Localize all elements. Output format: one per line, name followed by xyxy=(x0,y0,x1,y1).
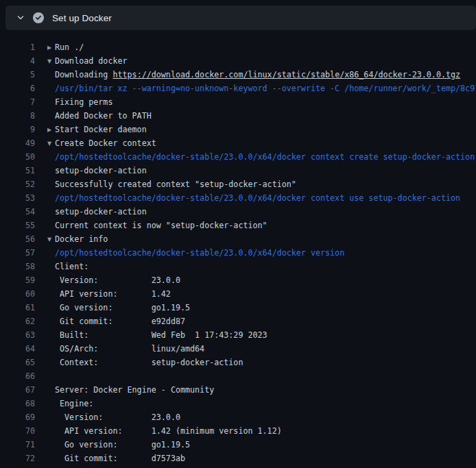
log-text: Git commit: e92dd87 xyxy=(55,315,185,328)
log-line: 58Client: xyxy=(0,260,476,273)
line-number-link[interactable]: 52 xyxy=(0,177,35,191)
line-number-link[interactable]: 54 xyxy=(0,205,35,219)
log-line: 70 API version: 1.42 (minimum version 1.… xyxy=(0,424,476,438)
log-line: 72 Git commit: d7573ab xyxy=(0,452,476,465)
line-number-link[interactable]: 49 xyxy=(0,136,35,150)
line-number-link[interactable]: 1 xyxy=(0,40,35,54)
line-number-link[interactable]: 62 xyxy=(0,315,35,328)
group-title[interactable]: Start Docker daemon xyxy=(55,125,147,134)
line-number-link[interactable]: 71 xyxy=(0,438,35,452)
log-text: /usr/bin/tar xz --warning=no-unknown-key… xyxy=(55,82,476,95)
chevron-down-icon[interactable]: ▼ xyxy=(47,55,55,69)
line-number-link[interactable]: 55 xyxy=(0,219,35,232)
log-line: 8Added Docker to PATH xyxy=(0,109,476,123)
line-number-link[interactable]: 72 xyxy=(0,452,35,465)
log-line: 68 Engine: xyxy=(0,397,476,410)
log-line: 55Current context is now "setup-docker-a… xyxy=(0,219,476,232)
line-number-link[interactable]: 69 xyxy=(0,410,35,424)
step-header[interactable]: Set up Docker xyxy=(5,5,476,30)
line-number-link[interactable]: 63 xyxy=(0,328,35,342)
log-text: Server: Docker Engine - Community xyxy=(55,383,214,397)
chevron-down-icon[interactable]: ▼ xyxy=(47,233,55,247)
log-text-segment: Downloading xyxy=(55,70,112,79)
log-line: 4▼Download docker xyxy=(0,54,476,68)
log-line: 53/opt/hostedtoolcache/docker-stable/23.… xyxy=(0,191,476,205)
chevron-right-icon[interactable]: ▶ xyxy=(47,41,55,55)
line-number-link[interactable]: 6 xyxy=(0,82,35,95)
log-text: ▶Start Docker daemon xyxy=(55,123,147,136)
log-text: Fixing perms xyxy=(55,95,112,109)
log-text: ▶Run ./ xyxy=(55,40,84,54)
line-number-link[interactable]: 58 xyxy=(0,260,35,273)
line-number-link[interactable]: 51 xyxy=(0,164,35,177)
log-container: 1▶Run ./4▼Download docker5Downloading ht… xyxy=(0,30,476,468)
line-number-link[interactable]: 56 xyxy=(0,232,35,246)
log-line: 61 Go version: go1.19.5 xyxy=(0,301,476,315)
group-title[interactable]: Download docker xyxy=(55,56,128,66)
group-title[interactable]: Run ./ xyxy=(55,42,84,52)
line-number-link[interactable]: 4 xyxy=(0,54,35,68)
log-line: 59 Version: 23.0.0 xyxy=(0,273,476,287)
log-line: 50/opt/hostedtoolcache/docker-stable/23.… xyxy=(0,150,476,164)
line-number-link[interactable]: 60 xyxy=(0,287,35,301)
line-number-link[interactable]: 70 xyxy=(0,424,35,438)
step-title: Set up Docker xyxy=(52,13,112,23)
log-text: API version: 1.42 (minimum version 1.12) xyxy=(55,424,282,438)
chevron-down-icon[interactable]: ▼ xyxy=(47,137,55,151)
line-number-link[interactable]: 53 xyxy=(0,191,35,205)
line-number-link[interactable]: 50 xyxy=(0,150,35,164)
log-text: OS/Arch: linux/amd64 xyxy=(55,342,204,356)
log-text: Built: Wed Feb 1 17:43:29 2023 xyxy=(55,328,267,342)
line-number-link[interactable]: 67 xyxy=(0,383,35,397)
log-text: Added Docker to PATH xyxy=(55,109,152,123)
check-circle-icon xyxy=(33,12,44,23)
log-text: Current context is now "setup-docker-act… xyxy=(55,219,267,232)
log-text: setup-docker-action xyxy=(55,164,147,177)
log-text: Git commit: d7573ab xyxy=(55,452,185,465)
log-text: ▼Create Docker context xyxy=(55,136,156,150)
log-line: 65 Context: setup-docker-action xyxy=(0,356,476,369)
log-text: Successfully created context "setup-dock… xyxy=(55,177,296,191)
log-line: 1▶Run ./ xyxy=(0,40,476,54)
line-number-link[interactable]: 9 xyxy=(0,123,35,136)
log-text: API version: 1.42 xyxy=(55,287,171,301)
chevron-right-icon[interactable]: ▶ xyxy=(47,123,55,137)
log-text: setup-docker-action xyxy=(55,205,147,219)
log-line: 51setup-docker-action xyxy=(0,164,476,177)
log-text: Go version: go1.19.5 xyxy=(55,301,190,315)
log-text: ▼Docker info xyxy=(55,232,108,246)
line-number-link[interactable]: 68 xyxy=(0,397,35,410)
log-text: /opt/hostedtoolcache/docker-stable/23.0.… xyxy=(55,150,475,164)
chevron-down-icon[interactable] xyxy=(16,14,25,22)
log-line: 5Downloading https://download.docker.com… xyxy=(0,68,476,82)
log-line: 7Fixing perms xyxy=(0,95,476,109)
log-line: 67Server: Docker Engine - Community xyxy=(0,383,476,397)
log-text: Context: setup-docker-action xyxy=(55,356,243,369)
log-line: 64 OS/Arch: linux/amd64 xyxy=(0,342,476,356)
log-line: 52Successfully created context "setup-do… xyxy=(0,177,476,191)
line-number-link[interactable]: 7 xyxy=(0,95,35,109)
line-number-link[interactable]: 66 xyxy=(0,369,35,383)
line-number-link[interactable]: 8 xyxy=(0,109,35,123)
log-text: Version: 23.0.0 xyxy=(55,273,180,287)
log-line: 57/opt/hostedtoolcache/docker-stable/23.… xyxy=(0,246,476,260)
line-number-link[interactable]: 57 xyxy=(0,246,35,260)
group-title[interactable]: Docker info xyxy=(55,234,108,244)
log-text: Version: 23.0.0 xyxy=(55,410,180,424)
group-title[interactable]: Create Docker context xyxy=(55,138,156,148)
line-number-link[interactable]: 61 xyxy=(0,301,35,315)
line-number-link[interactable]: 59 xyxy=(0,273,35,287)
log-line: 69 Version: 23.0.0 xyxy=(0,410,476,424)
log-line: 62 Git commit: e92dd87 xyxy=(0,315,476,328)
log-text: Downloading https://download.docker.com/… xyxy=(55,68,460,82)
line-number-link[interactable]: 64 xyxy=(0,342,35,356)
log-url-link[interactable]: https://download.docker.com/linux/static… xyxy=(112,70,460,79)
log-line: 66 xyxy=(0,369,476,383)
log-line: 71 Go version: go1.19.5 xyxy=(0,438,476,452)
line-number-link[interactable]: 65 xyxy=(0,356,35,369)
log-line: 60 API version: 1.42 xyxy=(0,287,476,301)
log-text: Engine: xyxy=(55,397,93,410)
log-text: Client: xyxy=(55,260,88,273)
log-line: 49▼Create Docker context xyxy=(0,136,476,150)
line-number-link[interactable]: 5 xyxy=(0,68,35,82)
